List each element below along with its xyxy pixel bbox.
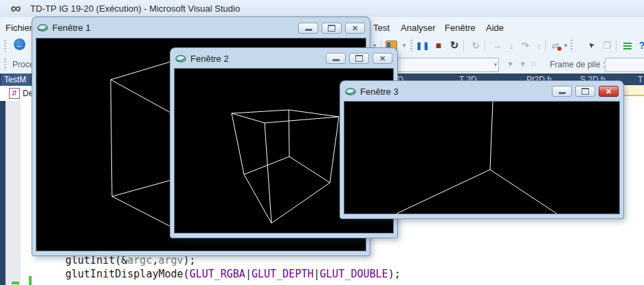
fenetre3-gl-canvas[interactable]	[344, 102, 619, 214]
stack-frame-combobox[interactable]: ▾	[605, 58, 644, 72]
tab-testmain[interactable]: TestM	[1, 73, 30, 87]
toolbar-drag-handle[interactable]	[410, 40, 412, 52]
fenetre3-title: Fenêtre 3	[360, 87, 399, 97]
stack-frame-label: Frame de pile :	[550, 60, 605, 69]
refresh-icon[interactable]: ↻	[468, 38, 483, 52]
toolbar-overflow-icon[interactable]: ▾	[562, 38, 569, 52]
code-line-glutinitdisplaymode[interactable]: glutInitDisplayMode(GLUT_RGBA|GLUT_DEPTH…	[65, 268, 401, 280]
editor-navigation-bar: ⇵ De	[0, 86, 32, 101]
stop-debug-icon[interactable]: ■	[432, 38, 445, 52]
toolbar-overflow-icon[interactable]: ▾	[401, 38, 408, 52]
help-icon[interactable]: ?	[635, 38, 644, 52]
line-list-icon[interactable]	[622, 38, 633, 52]
editor-left-edge	[0, 86, 5, 285]
close-button[interactable]: ✕	[599, 86, 619, 97]
glut-app-icon	[345, 87, 356, 96]
toolbar-drag-handle[interactable]	[4, 40, 6, 52]
minimize-button[interactable]	[552, 86, 572, 97]
show-threads-icon[interactable]: ⇄	[549, 38, 562, 52]
breakpoint-gutter[interactable]	[5, 101, 21, 285]
toolbar-separator	[545, 40, 546, 52]
fenetre1-title: Fenêtre 1	[52, 23, 91, 33]
filter-icon[interactable]: ▼	[507, 60, 514, 68]
glut-app-icon	[175, 54, 186, 63]
step-into-icon[interactable]: ↓	[505, 38, 518, 52]
menu-test[interactable]: Test	[373, 23, 390, 33]
clear-filter-icon[interactable]: ▼	[519, 60, 526, 68]
pointer-mode-icon[interactable]: ➤	[581, 36, 601, 55]
green-lines-glyph	[623, 43, 632, 44]
wireframe-cube-3	[344, 102, 619, 214]
menu-fichier[interactable]: Fichier	[5, 23, 32, 33]
change-tracking-bar	[29, 276, 32, 285]
maximize-button[interactable]	[575, 86, 595, 97]
step-over-icon[interactable]: ↷	[518, 38, 532, 52]
menu-aide[interactable]: Aide	[486, 23, 504, 33]
fenetre2-titlebar[interactable]: Fenêtre 2 ✕	[175, 48, 393, 69]
fenetre1-titlebar[interactable]: Fenêtre 1 ✕	[36, 17, 366, 38]
tab-highlight-strip	[622, 85, 644, 96]
toolbar-separator	[463, 40, 464, 52]
restart-icon[interactable]: ↻	[447, 38, 462, 52]
tab-t[interactable]: T	[638, 75, 643, 84]
close-button[interactable]: ✕	[373, 53, 392, 64]
copy-documents-icon[interactable]: ❐	[600, 38, 614, 52]
navigate-back-icon[interactable]: ←	[14, 38, 25, 50]
code-line-glutinit[interactable]: glutInit(&argc,argv);	[65, 254, 196, 266]
visual-studio-window: ∞ TD-TP IG 19-20 (Exécution) - Microsoft…	[0, 0, 644, 285]
chevron-down-icon: ▾	[493, 61, 497, 68]
scope-dropdown-icon[interactable]: ⇵	[9, 88, 20, 99]
step-out-icon[interactable]: ↑	[533, 38, 545, 52]
minimize-button[interactable]	[298, 23, 318, 34]
fenetre2-title: Fenêtre 2	[190, 54, 229, 64]
toolbar-drag-handle[interactable]	[570, 40, 573, 52]
pause-icon[interactable]: ❚❚	[415, 38, 430, 52]
menu-analyser[interactable]: Analyser	[401, 23, 436, 33]
menu-fenetre[interactable]: Fenêtre	[445, 23, 476, 33]
toolbar-drag-handle[interactable]	[4, 58, 6, 70]
visual-studio-logo-icon: ∞	[5, 1, 26, 16]
show-next-statement-icon[interactable]: →	[489, 38, 504, 52]
maximize-button[interactable]	[349, 53, 369, 64]
maximize-button[interactable]	[322, 23, 342, 34]
fenetre3-titlebar[interactable]: Fenêtre 3 ✕	[344, 81, 619, 102]
toolbar-separator	[616, 40, 617, 52]
vs-window-title: TD-TP IG 19-20 (Exécution) - Microsoft V…	[30, 3, 240, 14]
vs-titlebar[interactable]: ∞ TD-TP IG 19-20 (Exécution) - Microsoft…	[0, 0, 644, 17]
unlink-icon[interactable]: ⤫	[531, 60, 537, 69]
glut-app-icon	[37, 23, 48, 32]
minimize-button[interactable]	[326, 53, 346, 64]
gutter-green-mark	[12, 282, 19, 284]
toolbar-separator	[485, 40, 485, 52]
close-button[interactable]: ✕	[345, 23, 365, 34]
glut-window-fenetre3[interactable]: Fenêtre 3 ✕	[340, 81, 623, 218]
